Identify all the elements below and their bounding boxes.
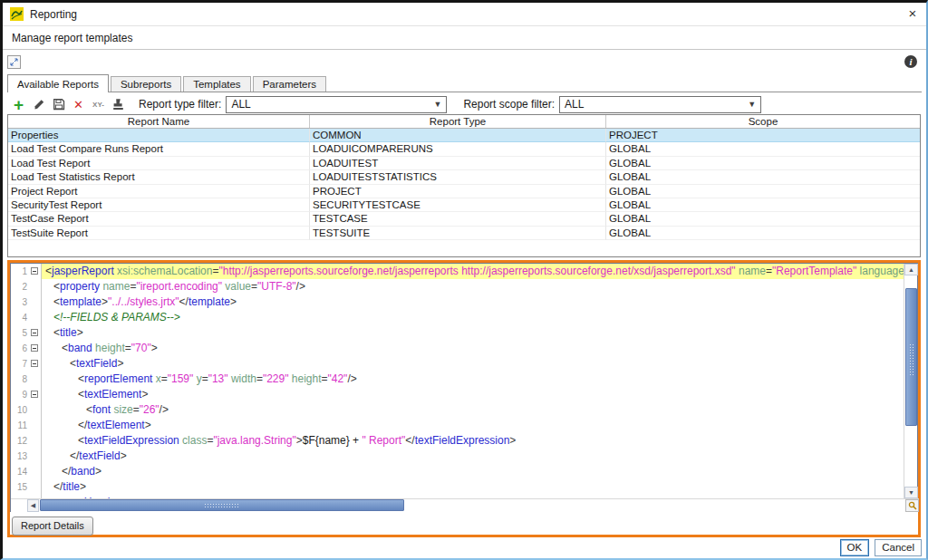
table-cell: GLOBAL: [606, 185, 920, 198]
code-text: <!--FIELDS & PARAMS-->: [41, 310, 904, 325]
magnifier-icon[interactable]: [905, 499, 919, 512]
code-line[interactable]: 9<textElement>: [11, 387, 904, 402]
line-number: 7: [11, 356, 29, 372]
vertical-scrollbar[interactable]: ▲ ▼: [904, 264, 917, 498]
table-row[interactable]: Load Test ReportLOADUITESTGLOBAL: [8, 157, 920, 170]
table-row[interactable]: PropertiesCOMMONPROJECT: [8, 129, 920, 142]
code-line[interactable]: 1<jasperReport xsi:schemaLocation="http:…: [11, 264, 904, 279]
scroll-left-icon[interactable]: ◀: [27, 499, 39, 512]
thumb-grip: [204, 503, 240, 509]
toolbar: +✕XY- Report type filter: ALL ▼ Report s…: [7, 93, 922, 115]
table-cell: GLOBAL: [606, 157, 920, 170]
code-line[interactable]: 14</band>: [11, 464, 904, 479]
line-number: 15: [11, 479, 29, 495]
code-text: <title>: [41, 325, 904, 341]
fold-toggle-icon[interactable]: [29, 356, 41, 372]
tab-templates[interactable]: Templates: [183, 76, 250, 92]
code-line[interactable]: 2<property name="ireport.encoding" value…: [11, 279, 904, 294]
info-icon[interactable]: i: [904, 55, 917, 68]
expand-panel-icon[interactable]: [7, 55, 21, 69]
table-body: PropertiesCOMMONPROJECTLoad Test Compare…: [8, 129, 920, 240]
close-icon[interactable]: ×: [899, 4, 926, 25]
column-header-report-type[interactable]: Report Type: [310, 115, 606, 128]
ok-button[interactable]: OK: [840, 539, 870, 556]
horizontal-scrollbar-thumb[interactable]: [40, 499, 404, 511]
save-icon[interactable]: [51, 97, 66, 112]
table-cell: LOADUITESTSTATISTICS: [310, 170, 606, 184]
reports-table: Report NameReport TypeScope PropertiesCO…: [7, 114, 921, 257]
table-row[interactable]: Project ReportPROJECTGLOBAL: [8, 185, 920, 198]
line-number: 6: [11, 341, 29, 356]
table-cell: Project Report: [8, 185, 310, 198]
column-header-report-name[interactable]: Report Name: [8, 115, 310, 128]
report-details-tab[interactable]: Report Details: [12, 517, 93, 536]
table-cell: SecurityTest Report: [8, 198, 310, 212]
pencil-icon[interactable]: [31, 97, 46, 112]
cancel-button[interactable]: Cancel: [875, 539, 922, 556]
table-cell: TESTSUITE: [310, 227, 606, 240]
fold-toggle-icon[interactable]: [29, 264, 41, 279]
chevron-down-icon: ▼: [433, 100, 441, 109]
code-text: </textElement>: [41, 418, 904, 433]
table-row[interactable]: TestCase ReportTESTCASEGLOBAL: [8, 212, 920, 226]
table-cell: Load Test Statistics Report: [8, 170, 310, 184]
code-line[interactable]: 4<!--FIELDS & PARAMS-->: [11, 310, 904, 325]
code-line[interactable]: 15</title>: [11, 479, 904, 495]
scroll-up-icon[interactable]: ▲: [904, 264, 918, 275]
fold-toggle-icon[interactable]: [29, 387, 41, 402]
report-type-filter-select[interactable]: ALL ▼: [226, 96, 447, 113]
fold-toggle-icon[interactable]: [29, 325, 41, 341]
code-line[interactable]: 11</textElement>: [11, 418, 904, 433]
line-number: 8: [11, 372, 29, 387]
column-header-scope[interactable]: Scope: [606, 115, 920, 128]
xml-editor[interactable]: 1<jasperReport xsi:schemaLocation="http:…: [10, 263, 918, 512]
table-row[interactable]: TestSuite ReportTESTSUITEGLOBAL: [8, 227, 920, 240]
table-cell: TestCase Report: [8, 212, 310, 226]
report-scope-filter-value: ALL: [560, 98, 584, 111]
fold-spacer: [29, 310, 41, 325]
fold-spacer: [29, 479, 41, 495]
table-cell: Load Test Compare Runs Report: [8, 142, 310, 156]
report-scope-filter-label: Report scope filter:: [463, 98, 555, 111]
table-cell: PROJECT: [310, 185, 606, 198]
line-number: 13: [11, 449, 29, 464]
vertical-scrollbar-thumb[interactable]: [905, 288, 917, 426]
line-number: 9: [11, 387, 29, 402]
rename-icon[interactable]: XY-: [91, 97, 106, 112]
code-line[interactable]: 12<textFieldExpression class="java.lang.…: [11, 433, 904, 449]
icon-row: i: [3, 51, 926, 74]
code-line[interactable]: 6<band height="70">: [11, 341, 904, 356]
scroll-down-icon[interactable]: ▼: [904, 487, 918, 498]
fold-spacer: [29, 402, 41, 418]
report-scope-filter-select[interactable]: ALL ▼: [559, 96, 761, 113]
code-line[interactable]: 3<template>"../../styles.jrtx"</template…: [11, 294, 904, 310]
tab-available-reports[interactable]: Available Reports: [7, 74, 109, 92]
tab-subreports[interactable]: Subreports: [111, 76, 181, 92]
stamp-icon[interactable]: [111, 97, 126, 112]
window-title: Reporting: [30, 8, 77, 21]
table-cell: COMMON: [310, 129, 606, 142]
horizontal-scrollbar-track[interactable]: [39, 499, 907, 512]
add-icon[interactable]: +: [11, 97, 26, 112]
table-row[interactable]: Load Test Statistics ReportLOADUITESTSTA…: [8, 170, 920, 184]
code-text: </band>: [41, 464, 904, 479]
code-line[interactable]: 5<title>: [11, 325, 904, 341]
table-row[interactable]: Load Test Compare Runs ReportLOADUICOMPA…: [8, 142, 920, 156]
delete-icon[interactable]: ✕: [71, 97, 86, 112]
tab-parameters[interactable]: Parameters: [253, 76, 326, 92]
code-line[interactable]: 10<font size="26"/>: [11, 402, 904, 418]
table-cell: Properties: [8, 129, 310, 142]
report-type-filter-label: Report type filter:: [139, 98, 221, 111]
button-bar: OK Cancel: [3, 537, 926, 558]
code-line[interactable]: 7<textField>: [11, 356, 904, 372]
code-line[interactable]: 13</textField>: [11, 449, 904, 464]
fold-toggle-icon[interactable]: [29, 341, 41, 356]
table-row[interactable]: SecurityTest ReportSECURITYTESTCASEGLOBA…: [8, 198, 920, 212]
line-number: 5: [11, 325, 29, 341]
report-type-filter-value: ALL: [227, 98, 250, 111]
code-line[interactable]: 8<reportElement x="159" y="13" width="22…: [11, 372, 904, 387]
code-viewport[interactable]: 1<jasperReport xsi:schemaLocation="http:…: [11, 264, 904, 498]
horizontal-scrollbar[interactable]: ◀ ▶: [11, 498, 919, 512]
code-text: <reportElement x="159" y="13" width="229…: [41, 372, 904, 387]
table-cell: SECURITYTESTCASE: [310, 198, 606, 212]
